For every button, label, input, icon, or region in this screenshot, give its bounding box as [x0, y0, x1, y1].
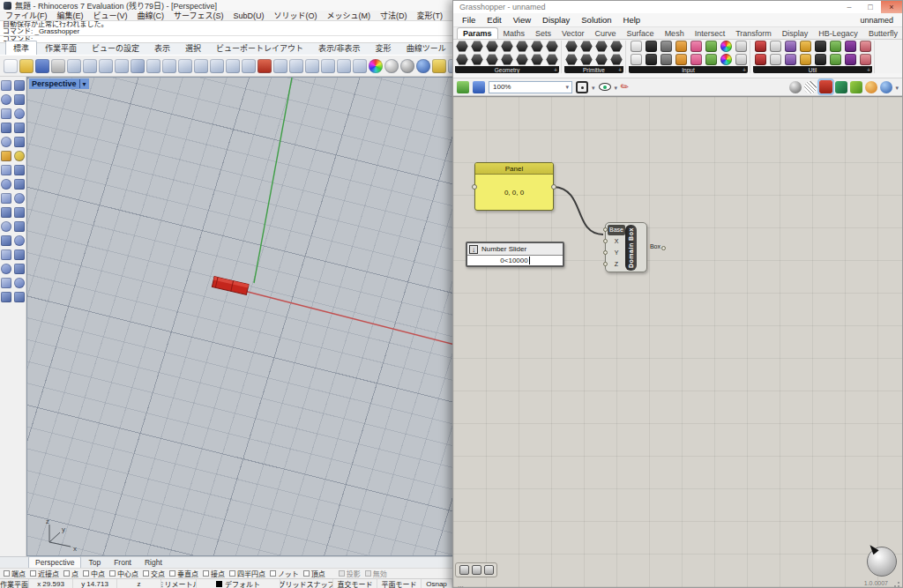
util-cherry-picker-icon[interactable] [770, 41, 781, 52]
dock-lock-icon[interactable] [1, 278, 11, 288]
input-md-slider-icon[interactable] [705, 41, 717, 52]
param-text-param-icon[interactable] [610, 41, 623, 52]
toolbar-dynamic-zoom-icon[interactable] [162, 59, 176, 73]
param-geometry-param-icon[interactable] [471, 54, 483, 65]
dock-hide-icon[interactable] [14, 264, 25, 274]
viewport-menu-caret-icon[interactable] [79, 79, 86, 88]
viewport-tab-right[interactable]: Right [138, 557, 168, 568]
open-document-icon[interactable] [457, 81, 469, 93]
gh-tab-vector[interactable]: Vector [556, 28, 590, 39]
param-line-param-icon[interactable] [486, 54, 498, 65]
input-colour-swatch-icon[interactable] [735, 41, 747, 52]
group-label-geometry[interactable]: Geometry [455, 66, 559, 73]
input-button-icon[interactable] [646, 54, 657, 65]
toolbar-tab-item[interactable]: 選択 [178, 41, 208, 55]
toolbar-tab-item[interactable]: 標準 [5, 41, 37, 55]
util-group-icon[interactable] [815, 41, 826, 52]
osnap-item[interactable]: 中点 [83, 569, 105, 578]
expand-group-icon[interactable] [743, 67, 746, 73]
util-pr-plugin-icon[interactable] [830, 54, 841, 65]
input-base-label[interactable]: Base [608, 225, 625, 235]
close-button[interactable] [881, 1, 902, 13]
box-output-hook[interactable] [661, 246, 666, 250]
param-matrix-param-icon[interactable] [595, 54, 608, 65]
number-slider-header[interactable]: Number Slider [467, 243, 563, 255]
menu-file[interactable]: File [462, 15, 475, 25]
preview-shaded-icon[interactable] [819, 80, 832, 93]
input-image-sampler-icon[interactable] [690, 54, 702, 65]
toolbar-tab-item[interactable]: ビューポートレイアウト [209, 41, 310, 55]
toolbar-shaded-viewport-icon[interactable] [384, 59, 399, 73]
input-panel-icon[interactable] [660, 41, 672, 52]
preview-caret-icon[interactable] [615, 83, 618, 92]
dock-boolean-icon[interactable] [1, 193, 11, 204]
viewport-title-chip[interactable]: Perspective [29, 78, 89, 89]
toolbar-pan-view-icon[interactable] [146, 59, 160, 73]
osnap-item[interactable]: 点 [63, 569, 78, 578]
toolbar-export-selected-icon[interactable] [67, 59, 81, 73]
menu-edit[interactable]: Edit [487, 15, 501, 25]
dock-sphere-icon[interactable] [1, 179, 11, 190]
input-control-knob-icon[interactable] [675, 54, 687, 65]
osnap-item[interactable]: 交点 [143, 569, 165, 578]
osnap-item[interactable]: 接点 [203, 569, 225, 578]
toolbar-viewport-layout-icon[interactable] [242, 59, 256, 73]
x-input-hook[interactable] [603, 239, 608, 243]
input-x-label[interactable]: X [608, 236, 625, 247]
param-curve-param-icon[interactable] [471, 41, 483, 52]
osnap-item[interactable]: ノット [270, 569, 299, 578]
input-z-label[interactable]: Z [608, 259, 625, 270]
dock-move-icon[interactable] [1, 221, 11, 232]
gh-tab-mesh[interactable]: Mesh [660, 28, 690, 39]
input-item-picker-icon[interactable] [705, 54, 717, 65]
gh-tab-maths[interactable]: Maths [498, 28, 531, 39]
toolbar-layer-state-icon[interactable] [353, 59, 367, 73]
toolbar-cut-icon[interactable] [83, 59, 97, 73]
panel-output-hook[interactable] [551, 184, 556, 190]
panel-input-hook[interactable] [472, 184, 477, 190]
toolbar-text-dot-icon[interactable] [289, 59, 303, 73]
param-sphere-param-icon[interactable] [516, 54, 528, 65]
gh-tab-hb-legacy[interactable]: HB-Legacy [813, 28, 863, 39]
osnap-item[interactable]: 中心点 [109, 569, 138, 578]
util-flask-icon[interactable] [845, 54, 856, 65]
save-document-icon[interactable] [473, 81, 485, 93]
number-slider-widget[interactable]: Number Slider 0<10000 [466, 242, 564, 267]
toolbar-render-settings-icon[interactable] [432, 59, 446, 73]
menu-display[interactable]: Display [542, 15, 570, 25]
dock-surface-icon[interactable] [14, 151, 25, 161]
status-cell-item[interactable]: ミリメートル [161, 579, 197, 588]
dock-polyline-icon[interactable] [1, 137, 11, 147]
util-fitness-icon[interactable] [800, 54, 811, 65]
domain-box-component[interactable]: Base X Y Z Domain Box Box [605, 222, 647, 272]
expand-group-icon[interactable] [618, 67, 622, 73]
toolbar-lock-objects-icon[interactable] [337, 59, 351, 73]
status-cell-x-29-593[interactable]: x 29.593 [29, 579, 73, 588]
toolbar-tab-item[interactable]: 作業平面 [38, 41, 84, 55]
minimize-button[interactable] [839, 1, 860, 13]
dock-arc-icon[interactable] [1, 123, 11, 133]
util-scribble-icon[interactable] [800, 41, 811, 52]
panel-content[interactable]: 0, 0, 0 [475, 175, 553, 210]
red-box-object[interactable] [212, 277, 249, 295]
preview-eye-icon[interactable] [599, 83, 611, 91]
status-cell-item[interactable]: グリッドスナップ [280, 579, 333, 588]
toolbar-hide-objects-icon[interactable] [305, 59, 319, 73]
dock-curve-icon[interactable] [1, 94, 11, 105]
input-graph-mapper-icon[interactable] [690, 41, 702, 52]
number-slider-value[interactable]: 0<10000 [500, 257, 527, 264]
toolbar-measure-distance-icon[interactable] [273, 59, 287, 73]
zoom-dropdown[interactable]: 100% [489, 81, 572, 93]
toolbar-tab-item[interactable]: ビューの設定 [85, 41, 146, 55]
dock-scale-icon[interactable] [14, 235, 25, 246]
dock-layer-icon[interactable] [14, 278, 25, 288]
gh-tab-params[interactable]: Params [457, 27, 498, 39]
knob-widget-icon[interactable] [472, 565, 481, 575]
navigation-compass[interactable] [867, 547, 897, 577]
input-boolean-toggle-icon[interactable] [660, 54, 672, 65]
util-sketch-tool-icon[interactable] [860, 54, 871, 65]
param-vector-param-icon[interactable] [546, 54, 558, 65]
toolbar-print-icon[interactable] [51, 59, 65, 73]
status-cell-item[interactable]: 直交モード [333, 579, 377, 588]
dock-visibility-icon[interactable] [1, 292, 11, 302]
